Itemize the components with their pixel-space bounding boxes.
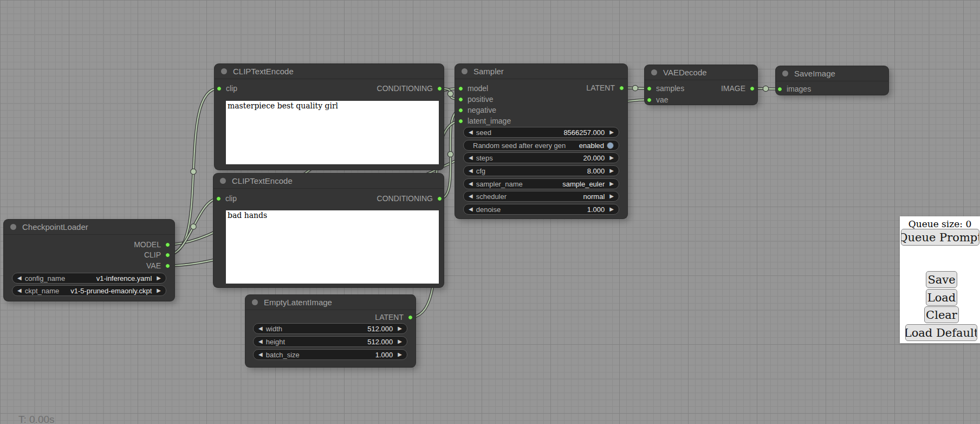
- output-dot-icon[interactable]: [165, 253, 170, 258]
- decrement-arrow-icon[interactable]: ◀: [469, 168, 473, 174]
- input-dot-icon[interactable]: [458, 108, 463, 113]
- decrement-arrow-icon[interactable]: ◀: [258, 339, 263, 344]
- widget-height[interactable]: ◀ height 512.000 ▶: [253, 336, 407, 347]
- output-dot-icon[interactable]: [750, 86, 755, 91]
- output-slot-latent: LATENT: [586, 83, 624, 92]
- input-slot-images: images: [777, 85, 811, 93]
- output-dot-icon[interactable]: [165, 264, 170, 268]
- collapse-dot-icon[interactable]: [651, 69, 657, 75]
- input-dot-icon[interactable]: [217, 86, 222, 91]
- input-dot-icon[interactable]: [458, 86, 463, 91]
- increment-arrow-icon[interactable]: ▶: [398, 326, 402, 331]
- node-canvas[interactable]: CheckpointLoader MODEL CLIP VAE ◀ config…: [0, 0, 980, 424]
- node-header[interactable]: VAEDecode: [645, 65, 757, 80]
- widget-sampler-name[interactable]: ◀ sampler_name sample_euler ▶: [463, 178, 619, 189]
- node-cliptextencode-positive[interactable]: CLIPTextEncode clip CONDITIONING masterp…: [215, 64, 444, 170]
- input-slot-clip: clip: [216, 194, 237, 203]
- load-default-button[interactable]: Load Default: [905, 324, 977, 341]
- decrement-arrow-icon[interactable]: ◀: [258, 326, 263, 331]
- widget-label: Random seed after every gen: [473, 142, 579, 150]
- prompt-textarea[interactable]: masterpiece best quality girl: [226, 101, 439, 164]
- decrement-arrow-icon[interactable]: ◀: [469, 181, 473, 187]
- node-cliptextencode-negative[interactable]: CLIPTextEncode clip CONDITIONING bad han…: [213, 174, 444, 287]
- increment-arrow-icon[interactable]: ▶: [609, 207, 614, 212]
- increment-arrow-icon[interactable]: ▶: [157, 288, 161, 293]
- node-saveimage[interactable]: SaveImage images: [776, 66, 888, 95]
- increment-arrow-icon[interactable]: ▶: [609, 130, 614, 135]
- collapse-dot-icon[interactable]: [782, 70, 788, 76]
- input-dot-icon[interactable]: [458, 97, 463, 102]
- widget-random-seed-toggle[interactable]: Random seed after every gen enabled: [463, 140, 619, 151]
- input-slot-clip: clip: [217, 84, 237, 93]
- collapse-dot-icon[interactable]: [221, 68, 227, 74]
- widget-value: 512.000: [367, 338, 393, 346]
- input-slot-samples: samples: [647, 84, 684, 93]
- widget-scheduler[interactable]: ◀ scheduler normal ▶: [463, 191, 619, 202]
- node-header[interactable]: CheckpointLoader: [4, 220, 174, 235]
- widget-label: sampler_name: [476, 180, 563, 188]
- decrement-arrow-icon[interactable]: ◀: [17, 275, 22, 281]
- widget-seed[interactable]: ◀ seed 8566257.000 ▶: [463, 127, 619, 138]
- widget-label: height: [266, 338, 368, 346]
- collapse-dot-icon[interactable]: [462, 68, 468, 74]
- increment-arrow-icon[interactable]: ▶: [398, 339, 402, 344]
- load-button[interactable]: Load: [926, 289, 957, 306]
- output-dot-icon[interactable]: [408, 315, 413, 320]
- node-header[interactable]: EmptyLatentImage: [245, 295, 416, 310]
- input-dot-icon[interactable]: [777, 87, 782, 92]
- widget-batch-size[interactable]: ◀ batch_size 1.000 ▶: [253, 349, 407, 360]
- input-dot-icon[interactable]: [458, 119, 463, 124]
- node-vaedecode[interactable]: VAEDecode samples vae IMAGE: [645, 65, 757, 105]
- decrement-arrow-icon[interactable]: ◀: [469, 207, 473, 212]
- increment-arrow-icon[interactable]: ▶: [609, 168, 614, 174]
- widget-label: batch_size: [266, 351, 375, 359]
- collapse-dot-icon[interactable]: [252, 299, 258, 305]
- decrement-arrow-icon[interactable]: ◀: [17, 288, 22, 293]
- widget-width[interactable]: ◀ width 512.000 ▶: [253, 323, 407, 334]
- node-header[interactable]: CLIPTextEncode: [215, 64, 444, 79]
- input-dot-icon[interactable]: [647, 86, 652, 91]
- collapse-dot-icon[interactable]: [10, 224, 16, 230]
- widget-cfg[interactable]: ◀ cfg 8.000 ▶: [463, 165, 619, 176]
- queue-prompt-button[interactable]: Queue Prompt: [901, 229, 979, 246]
- increment-arrow-icon[interactable]: ▶: [609, 181, 614, 187]
- node-emptylatentimage[interactable]: EmptyLatentImage LATENT ◀ width 512.000 …: [245, 295, 416, 367]
- decrement-arrow-icon[interactable]: ◀: [469, 194, 473, 199]
- increment-arrow-icon[interactable]: ▶: [609, 155, 614, 160]
- node-title: CLIPTextEncode: [233, 67, 294, 76]
- input-slot-model: model: [458, 84, 488, 93]
- slot-label: model: [468, 84, 488, 93]
- node-header[interactable]: Sampler: [455, 64, 627, 79]
- widget-ckpt-name[interactable]: ◀ ckpt_name v1-5-pruned-emaonly.ckpt ▶: [12, 285, 166, 296]
- toggle-dot-icon[interactable]: [607, 142, 614, 149]
- output-slot-conditioning: CONDITIONING: [377, 84, 442, 93]
- prompt-textarea[interactable]: bad hands: [226, 210, 439, 284]
- save-button[interactable]: Save: [926, 271, 957, 288]
- decrement-arrow-icon[interactable]: ◀: [469, 155, 473, 160]
- input-dot-icon[interactable]: [647, 98, 652, 102]
- output-dot-icon[interactable]: [437, 196, 442, 201]
- widget-steps[interactable]: ◀ steps 20.000 ▶: [463, 152, 619, 163]
- widget-label: ckpt_name: [25, 287, 71, 295]
- node-checkpointloader[interactable]: CheckpointLoader MODEL CLIP VAE ◀ config…: [4, 220, 174, 301]
- output-dot-icon[interactable]: [619, 86, 624, 91]
- decrement-arrow-icon[interactable]: ◀: [469, 130, 473, 135]
- input-dot-icon[interactable]: [216, 196, 221, 201]
- increment-arrow-icon[interactable]: ▶: [157, 275, 161, 281]
- widget-denoise[interactable]: ◀ denoise 1.000 ▶: [463, 204, 619, 215]
- widget-value: v1-5-pruned-emaonly.ckpt: [70, 287, 152, 295]
- collapse-dot-icon[interactable]: [220, 178, 226, 184]
- node-header[interactable]: SaveImage: [776, 66, 888, 81]
- node-title: SaveImage: [794, 69, 835, 78]
- widget-label: config_name: [25, 274, 96, 282]
- increment-arrow-icon[interactable]: ▶: [398, 352, 402, 357]
- clear-button[interactable]: Clear: [924, 306, 959, 323]
- output-dot-icon[interactable]: [437, 86, 442, 91]
- decrement-arrow-icon[interactable]: ◀: [258, 352, 263, 357]
- increment-arrow-icon[interactable]: ▶: [609, 194, 614, 199]
- output-dot-icon[interactable]: [165, 242, 170, 247]
- node-sampler[interactable]: Sampler model positive negative latent_i…: [455, 64, 627, 219]
- node-header[interactable]: CLIPTextEncode: [213, 174, 444, 189]
- widget-config-name[interactable]: ◀ config_name v1-inference.yaml ▶: [12, 273, 166, 284]
- widget-value: 1.000: [587, 205, 605, 214]
